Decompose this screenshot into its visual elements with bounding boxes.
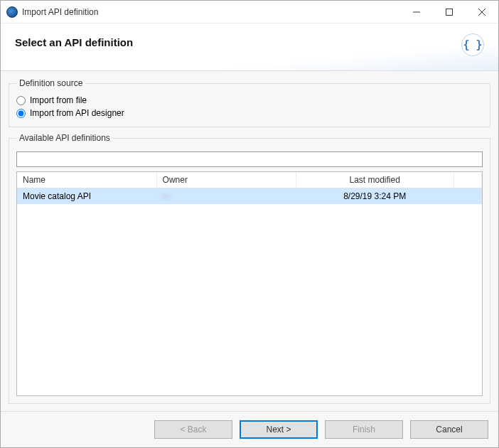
definition-source-group: Definition source Import from file Impor… <box>9 78 490 127</box>
col-last-modified[interactable]: Last modified <box>296 172 454 188</box>
col-spacer <box>454 172 481 188</box>
radio-import-from-designer-input[interactable] <box>16 109 26 118</box>
button-bar: < Back Next > Finish Cancel <box>1 411 498 447</box>
col-name[interactable]: Name <box>17 172 156 188</box>
cell-name: Movie catalog API <box>17 188 156 205</box>
definition-source-legend: Definition source <box>16 78 85 88</box>
close-button[interactable] <box>466 1 498 23</box>
radio-import-from-file[interactable]: Import from file <box>16 94 483 107</box>
window-controls <box>400 1 498 23</box>
radio-import-from-designer-label: Import from API designer <box>30 108 124 118</box>
api-table: Name Owner Last modified Movie catalog A… <box>17 172 482 204</box>
dialog-content: Definition source Import from file Impor… <box>1 70 498 411</box>
finish-button: Finish <box>325 420 403 439</box>
next-button[interactable]: Next > <box>240 420 318 439</box>
dialog-header: Select an API definition { } <box>1 23 498 70</box>
radio-import-from-designer[interactable]: Import from API designer <box>16 107 483 119</box>
col-owner[interactable]: Owner <box>156 172 296 188</box>
cancel-button[interactable]: Cancel <box>410 420 488 439</box>
radio-import-from-file-input[interactable] <box>16 96 26 105</box>
window-title: Import API definition <box>22 7 400 17</box>
available-api-legend: Available API definitions <box>16 133 113 143</box>
available-api-group: Available API definitions Name Owner Las… <box>9 133 490 404</box>
cell-owner: — <box>156 188 296 205</box>
back-button: < Back <box>154 420 232 439</box>
maximize-button[interactable] <box>433 1 466 23</box>
app-icon <box>6 6 18 18</box>
table-header-row: Name Owner Last modified <box>17 172 482 188</box>
api-table-container: Name Owner Last modified Movie catalog A… <box>16 171 483 396</box>
svg-rect-1 <box>446 9 453 15</box>
page-title: Select an API definition <box>15 36 461 48</box>
cell-last-modified: 8/29/19 3:24 PM <box>296 188 454 205</box>
radio-import-from-file-label: Import from file <box>30 95 87 105</box>
minimize-button[interactable] <box>400 1 433 23</box>
titlebar: Import API definition <box>1 1 498 23</box>
table-row[interactable]: Movie catalog API — 8/29/19 3:24 PM <box>17 188 482 205</box>
api-braces-icon: { } <box>461 33 484 56</box>
filter-input[interactable] <box>16 151 483 167</box>
cell-spacer <box>454 188 481 205</box>
